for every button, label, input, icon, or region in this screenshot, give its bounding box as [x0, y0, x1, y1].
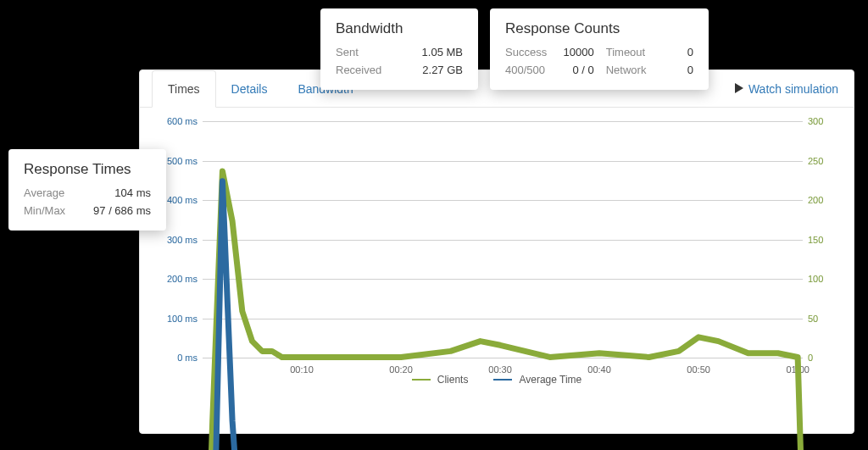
y-left-tick: 600 ms — [157, 116, 198, 126]
recv-label: Received — [336, 64, 410, 76]
legend-label-avg: Average Time — [519, 374, 581, 386]
y-right-tick: 50 — [808, 314, 837, 324]
chart-area: 0 ms0100 ms50200 ms100300 ms150400 ms200… — [157, 121, 837, 391]
card-response-counts: Response Counts Success 10000 Timeout 0 … — [490, 8, 709, 90]
legend: Clients Average Time — [157, 374, 837, 386]
sent-value: 1.05 MB — [422, 46, 463, 58]
legend-clients: Clients — [412, 374, 469, 386]
minmax-label: Min/Max — [24, 204, 81, 217]
chart-panel: Times Details Bandwidth Watch simulation… — [139, 69, 854, 434]
y-left-tick: 300 ms — [157, 235, 198, 245]
err-label: 400/500 — [505, 64, 547, 76]
legend-label-clients: Clients — [437, 374, 469, 386]
line-average-time — [203, 181, 803, 450]
success-label: Success — [505, 46, 547, 58]
card-title: Response Times — [24, 161, 151, 178]
network-label: Network — [606, 64, 647, 76]
sent-label: Sent — [336, 46, 410, 58]
err-value: 0 / 0 — [559, 64, 594, 76]
card-title: Bandwidth — [336, 20, 463, 37]
y-right-tick: 100 — [808, 274, 837, 284]
watch-label: Watch simulation — [748, 82, 838, 96]
legend-swatch-clients — [412, 379, 431, 381]
plot-area: 0 ms0100 ms50200 ms100300 ms150400 ms200… — [203, 121, 803, 358]
line-clients — [203, 171, 803, 450]
watch-simulation-link[interactable]: Watch simulation — [735, 82, 842, 96]
minmax-value: 97 / 686 ms — [93, 204, 151, 217]
avg-label: Average — [24, 186, 81, 199]
svg-marker-0 — [735, 83, 743, 93]
y-left-tick: 100 ms — [157, 314, 198, 324]
legend-swatch-avg — [493, 379, 512, 381]
network-value: 0 — [658, 64, 693, 76]
y-right-tick: 0 — [808, 353, 837, 363]
success-value: 10000 — [559, 46, 594, 58]
card-bandwidth: Bandwidth Sent 1.05 MB Received 2.27 GB — [320, 8, 478, 90]
recv-value: 2.27 GB — [422, 64, 463, 76]
card-title: Response Counts — [505, 20, 693, 37]
y-right-tick: 300 — [808, 116, 837, 126]
tab-times[interactable]: Times — [152, 70, 216, 108]
y-right-tick: 200 — [808, 195, 837, 205]
play-icon — [735, 82, 743, 96]
y-left-tick: 200 ms — [157, 274, 198, 284]
timeout-label: Timeout — [606, 46, 647, 58]
y-right-tick: 150 — [808, 235, 837, 245]
avg-value: 104 ms — [93, 186, 151, 199]
y-right-tick: 250 — [808, 156, 837, 166]
card-response-times: Response Times Average 104 ms Min/Max 97… — [8, 149, 166, 231]
legend-avg: Average Time — [493, 374, 581, 386]
y-left-tick: 0 ms — [157, 353, 198, 363]
timeout-value: 0 — [658, 46, 693, 58]
tab-details[interactable]: Details — [216, 70, 283, 108]
